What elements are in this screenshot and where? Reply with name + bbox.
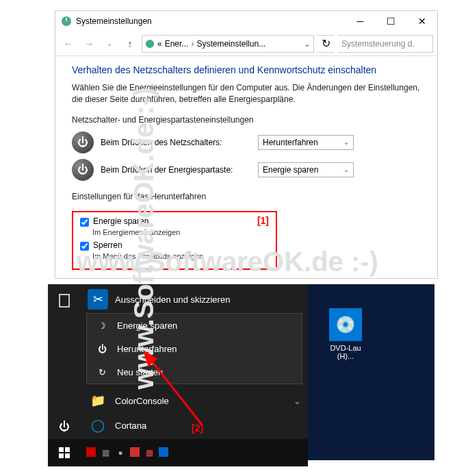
power-button-icon: ⏻ xyxy=(72,131,94,153)
svg-rect-18 xyxy=(60,295,69,307)
power-button-value: Herunterfahren xyxy=(263,138,318,147)
windows-icon xyxy=(59,447,70,458)
minimize-button[interactable]: ─ xyxy=(345,11,376,32)
chevron-down-icon: ⌄ xyxy=(294,396,301,406)
svg-rect-22 xyxy=(59,453,64,458)
app-label: Ausschneiden und skizzieren xyxy=(115,295,230,305)
tray-icon[interactable] xyxy=(130,447,140,457)
system-settings-window: Systemeinstellungen ─ ☐ ✕ ← → ⌄ ↑ « Ener… xyxy=(55,10,438,279)
app-label: Cortana xyxy=(115,421,146,431)
restart-icon: ↻ xyxy=(96,367,107,377)
sleep-button-icon: ⏻ xyxy=(72,159,94,181)
chevron-down-icon: ⌄ xyxy=(343,138,349,146)
svg-rect-20 xyxy=(59,447,64,452)
content-area: Verhalten des Netzschalters definieren u… xyxy=(55,56,437,278)
svg-rect-23 xyxy=(65,453,70,458)
power-icon: ⏻ xyxy=(96,344,107,354)
close-button[interactable]: ✕ xyxy=(406,11,437,32)
chevron-right-icon: › xyxy=(191,39,194,49)
maximize-button[interactable]: ☐ xyxy=(376,11,406,32)
breadcrumb-part1[interactable]: Ener... xyxy=(165,39,189,49)
refresh-button[interactable]: ↻ xyxy=(317,35,335,53)
power-button-setting-row: ⏻ Beim Drücken des Netzschalters: Herunt… xyxy=(72,131,421,153)
up-button[interactable]: ↑ xyxy=(121,35,139,53)
taskbar: ▦ ● ▦ xyxy=(48,439,308,466)
power-submenu: ☽ Energie sparen ⏻ Herunterfahren ↻ Neu … xyxy=(86,313,302,384)
forward-button[interactable]: → xyxy=(80,35,98,53)
page-description: Wählen Sie die Energieeinstellungen für … xyxy=(72,82,421,105)
power-item-label: Herunterfahren xyxy=(117,344,177,354)
tray-icon[interactable]: ▦ xyxy=(100,447,111,458)
breadcrumb-part2[interactable]: Systemeinstellun... xyxy=(196,39,265,49)
taskbar-tray: ▦ ● ▦ xyxy=(81,447,168,458)
sleep-button-label: Beim Drücken der Energiespartaste: xyxy=(101,165,251,175)
svg-rect-21 xyxy=(65,447,70,452)
app-label: ColorConsole xyxy=(115,396,169,406)
rail-documents-icon[interactable] xyxy=(48,287,81,314)
annotation-2: [2] xyxy=(192,423,203,434)
chevron-down-icon: ⌄ xyxy=(343,166,349,173)
desktop-shortcut-dvd[interactable]: 💿 DVD-Lau (H)... xyxy=(322,308,369,360)
recent-dropdown[interactable]: ⌄ xyxy=(101,35,118,53)
section-power-buttons-label: Netzschalter- und Energiespartasteneinst… xyxy=(72,115,421,125)
tray-icon[interactable] xyxy=(86,447,96,457)
app-snip-sketch[interactable]: ✂ Ausschneiden und skizzieren xyxy=(81,287,308,312)
tray-icon[interactable]: ● xyxy=(115,447,126,458)
checkbox-lock[interactable] xyxy=(80,242,89,251)
section-shutdown-label: Einstellungen für das Herunterfahren xyxy=(72,192,421,201)
page-heading: Verhalten des Netzschalters definieren u… xyxy=(72,64,421,75)
breadcrumb-sep: « xyxy=(157,39,162,49)
start-main: ✂ Ausschneiden und skizzieren ☽ Energie … xyxy=(81,284,308,440)
breadcrumb[interactable]: « Ener... › Systemeinstellun... ⌄ xyxy=(142,35,314,53)
moon-icon: ☽ xyxy=(96,321,107,331)
checkbox-energy-save-sublabel: Im Energiemenü anzeigen xyxy=(92,228,269,236)
window-title: Systemeinstellungen xyxy=(76,16,345,26)
power-item-label: Energie sparen xyxy=(117,321,177,331)
power-item-shutdown[interactable]: ⏻ Herunterfahren xyxy=(87,337,302,360)
power-button-label: Beim Drücken des Netzschalters: xyxy=(101,138,251,147)
power-item-sleep[interactable]: ☽ Energie sparen xyxy=(87,314,302,337)
sleep-button-value: Energie sparen xyxy=(263,165,318,175)
chevron-down-icon[interactable]: ⌄ xyxy=(304,39,311,49)
sleep-button-setting-row: ⏻ Beim Drücken der Energiespartaste: Ene… xyxy=(72,159,421,181)
start-rail: ⏻ xyxy=(48,284,81,440)
dvd-drive-icon: 💿 xyxy=(329,308,362,341)
folder-icon: 📁 xyxy=(88,390,108,411)
checkbox-energy-save[interactable] xyxy=(80,218,89,227)
sleep-button-dropdown[interactable]: Energie sparen ⌄ xyxy=(258,162,354,177)
checkbox-lock-label: Sperren xyxy=(93,240,122,250)
power-options-icon xyxy=(145,39,155,49)
snip-sketch-icon: ✂ xyxy=(88,289,108,310)
annotation-1: [1] xyxy=(257,215,269,226)
tray-icon[interactable]: ▦ xyxy=(144,447,155,458)
rail-power-button[interactable]: ⏻ xyxy=(48,413,81,440)
checkbox-energy-save-label: Energie sparen xyxy=(93,216,148,226)
start-button[interactable] xyxy=(48,439,81,466)
power-item-restart[interactable]: ↻ Neu starten xyxy=(87,360,302,384)
power-button-dropdown[interactable]: Herunterfahren ⌄ xyxy=(258,135,354,150)
cortana-icon: ◯ xyxy=(88,415,108,436)
titlebar: Systemeinstellungen ─ ☐ ✕ xyxy=(55,11,437,32)
annotation-box-1: [1] Energie sparen Im Energiemenü anzeig… xyxy=(72,211,277,270)
svg-point-17 xyxy=(146,39,154,47)
checkbox-lock-sublabel: Im Menü des Profilbilds anzeigen xyxy=(92,252,269,260)
start-menu: ⏻ ✂ Ausschneiden und skizzieren ☽ Energi… xyxy=(48,284,308,440)
app-colorconsole[interactable]: 📁 ColorConsole ⌄ xyxy=(81,388,308,413)
navbar: ← → ⌄ ↑ « Ener... › Systemeinstellun... … xyxy=(55,32,437,56)
power-options-icon xyxy=(61,16,72,27)
power-item-label: Neu starten xyxy=(117,367,163,377)
desktop-shortcut-label: DVD-Lau (H)... xyxy=(322,344,369,360)
search-input[interactable]: Systemsteuerung d. xyxy=(337,35,433,53)
tray-icon[interactable] xyxy=(159,447,168,457)
back-button[interactable]: ← xyxy=(60,35,77,53)
